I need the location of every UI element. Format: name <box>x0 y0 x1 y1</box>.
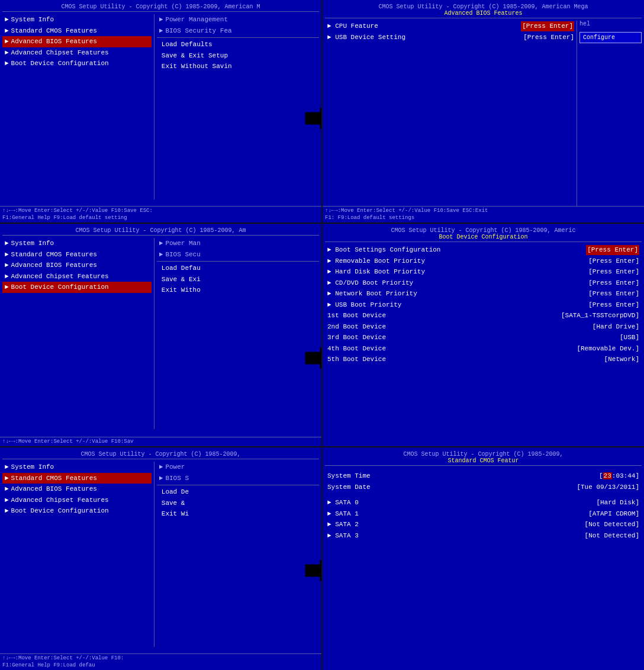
bios-row-usb-device[interactable]: USB Device Setting [Press Enter] <box>325 32 577 43</box>
panel1-status: ↑↓←→:Move Enter:Select +/-/:Value F10:Sa… <box>0 206 321 223</box>
svg-marker-2 <box>305 560 321 581</box>
arrow-icon: ► <box>5 37 9 47</box>
panel2-header: CMOS Setup Utility - Copyright (C) 1985-… <box>325 2 642 18</box>
right-menu-power[interactable]: ► Power Management <box>157 14 319 25</box>
bios-row-cpu-feature[interactable]: CPU Feature [Press Enter] <box>325 21 577 32</box>
panel2-help-col: hel Configure <box>577 21 642 206</box>
arrow-icon: ► <box>5 15 9 25</box>
bios-row-4th-boot[interactable]: 4th Boot Device [Removable Dev.] <box>325 343 642 355</box>
p3-menu-standard-cmos[interactable]: ► Standard CMOS Features <box>2 249 152 260</box>
bios-row-sata3[interactable]: SATA 3 [Not Detected] <box>325 530 642 542</box>
arrow-to-panel2 <box>302 107 321 132</box>
panel5-status: ↑↓←→:Move Enter:Select +/-/:Value F10: F… <box>0 653 321 670</box>
p3-exit-without[interactable]: Exit Witho <box>157 285 319 296</box>
panel-1-main-menu: CMOS Setup Utility - Copyright (C) 1985-… <box>0 0 321 223</box>
divider <box>157 37 319 38</box>
bios-row-system-time[interactable]: System Time [23:03:44] <box>325 471 642 482</box>
right-menu-bios-security[interactable]: ► BIOS Security Fea <box>157 25 319 37</box>
bios-row-1st-boot[interactable]: 1st Boot Device [SATA_1-TSSTcorpDVD] <box>325 310 642 321</box>
panel6-header: CMOS Setup Utility - Copyright (C) 1985-… <box>325 450 642 466</box>
panel-4-boot-config: CMOS Setup Utility - Copyright (C) 1985-… <box>323 224 644 446</box>
p5-exit-wi[interactable]: Exit Wi <box>157 508 319 520</box>
panel-2-advanced-bios: CMOS Setup Utility - Copyright (C) 1985-… <box>323 0 644 223</box>
p3-menu-advanced-chipset[interactable]: ► Advanced Chipset Features <box>2 271 152 282</box>
bios-row-2nd-boot[interactable]: 2nd Boot Device [Hard Drive] <box>325 321 642 333</box>
panel3-status: ↑↓←→:Move Enter:Select +/-/:Value F10:Sa… <box>0 437 321 446</box>
arrow-icon: ► <box>159 15 163 25</box>
panel1-header: CMOS Setup Utility - Copyright (C) 1985-… <box>2 2 319 12</box>
p3-menu-advanced-bios[interactable]: ► Advanced BIOS Features <box>2 260 152 271</box>
bios-row-sata2[interactable]: SATA 2 [Not Detected] <box>325 519 642 530</box>
menu-item-standard-cmos[interactable]: ► Standard CMOS Features <box>2 25 152 37</box>
panel3-right-menu: ► Power Man ► BIOS Secu Load Defau Save … <box>154 238 319 429</box>
bios-row-boot-settings[interactable]: Boot Settings Configuration [Press Enter… <box>325 244 642 256</box>
p3-menu-system-info[interactable]: ► System Info <box>2 238 152 249</box>
p3-right-power[interactable]: ► Power Man <box>157 238 319 249</box>
arrow-icon: ► <box>5 59 9 69</box>
menu-item-advanced-bios[interactable]: ► Advanced BIOS Features <box>2 36 152 47</box>
svg-marker-0 <box>305 108 321 129</box>
menu-item-system-info[interactable]: ► System Info <box>2 14 152 25</box>
menu-item-advanced-chipset[interactable]: ► Advanced Chipset Features <box>2 47 152 59</box>
bios-row-network-boot[interactable]: Network Boot Priority [Press Enter] <box>325 288 642 299</box>
panel2-content: CPU Feature [Press Enter] USB Device Set… <box>325 21 577 206</box>
bios-row-removable-boot[interactable]: Removable Boot Priority [Press Enter] <box>325 256 642 267</box>
p3-right-bios-sec[interactable]: ► BIOS Secu <box>157 249 319 260</box>
p5-right-power[interactable]: ► Power <box>157 462 319 473</box>
panel-5-standard-cmos-menu: CMOS Setup Utility - Copyright (C) 1985-… <box>0 447 321 670</box>
bios-row-cddvd-boot[interactable]: CD/DVD Boot Priority [Press Enter] <box>325 278 642 289</box>
bios-row-5th-boot[interactable]: 5th Boot Device [Network] <box>325 354 642 365</box>
menu-load-defaults[interactable]: Load Defaults <box>157 39 319 50</box>
help-label: hel <box>579 21 642 27</box>
panel-3-boot-menu: CMOS Setup Utility - Copyright (C) 1985-… <box>0 224 321 446</box>
panel5-header: CMOS Setup Utility - Copyright (C) 1985-… <box>2 450 319 459</box>
bios-row-sata1[interactable]: SATA 1 [ATAPI CDROM] <box>325 508 642 520</box>
panel1-right-menu: ► Power Management ► BIOS Security Fea L… <box>154 14 319 199</box>
p5-menu-boot-device[interactable]: ► Boot Device Configuration <box>2 505 152 517</box>
panel3-left-menu: ► System Info ► Standard CMOS Features ►… <box>2 238 154 429</box>
main-grid: CMOS Setup Utility - Copyright (C) 1985-… <box>0 0 644 670</box>
panel3-header: CMOS Setup Utility - Copyright (C) 1985-… <box>2 226 319 236</box>
panel6-content: System Time [23:03:44] System Date [Tue … <box>325 471 642 541</box>
svg-marker-1 <box>305 347 321 369</box>
bios-row-usb-boot[interactable]: USB Boot Priority [Press Enter] <box>325 299 642 311</box>
p3-menu-boot-device[interactable]: ► Boot Device Configuration <box>2 282 152 293</box>
arrow-icon: ► <box>5 26 9 36</box>
p5-menu-standard-cmos[interactable]: ► Standard CMOS Features <box>2 473 152 484</box>
panel4-content: Boot Settings Configuration [Press Enter… <box>325 244 642 365</box>
bios-row-sata0[interactable]: SATA 0 [Hard Disk] <box>325 497 642 508</box>
p5-menu-advanced-bios[interactable]: ► Advanced BIOS Features <box>2 484 152 495</box>
arrow-icon: ► <box>5 48 9 58</box>
arrow-to-panel6 <box>302 559 321 584</box>
configure-box: Configure <box>579 32 642 43</box>
bios-row-system-date[interactable]: System Date [Tue 09/13/2011] <box>325 482 642 493</box>
bios-row-3rd-boot[interactable]: 3rd Boot Device [USB] <box>325 332 642 343</box>
panel4-header: CMOS Setup Utility - Copyright (C) 1985-… <box>325 226 642 242</box>
p5-menu-advanced-chipset[interactable]: ► Advanced Chipset Features <box>2 495 152 506</box>
p5-menu-system-info[interactable]: ► System Info <box>2 462 152 473</box>
p5-right-bios-s[interactable]: ► BIOS S <box>157 473 319 484</box>
panel5-right-menu: ► Power ► BIOS S Load De Save & Exit Wi <box>154 462 319 647</box>
p5-save[interactable]: Save & <box>157 498 319 509</box>
menu-save-exit[interactable]: Save & Exit Setup <box>157 50 319 62</box>
panel5-left-menu: ► System Info ► Standard CMOS Features ►… <box>2 462 154 647</box>
p3-save-exit[interactable]: Save & Exi <box>157 274 319 285</box>
arrow-to-panel4 <box>302 346 321 372</box>
p3-load-defaults[interactable]: Load Defau <box>157 263 319 274</box>
bios-row-hard-disk-boot[interactable]: Hard Disk Boot Priority [Press Enter] <box>325 266 642 278</box>
p5-load-de[interactable]: Load De <box>157 487 319 498</box>
menu-item-boot-device[interactable]: ► Boot Device Configuration <box>2 58 152 69</box>
menu-exit-without-saving[interactable]: Exit Without Savin <box>157 61 319 72</box>
panel-6-standard-cmos: CMOS Setup Utility - Copyright (C) 1985-… <box>323 447 644 670</box>
panel2-status: ↑↓←→:Move Enter:Select +/-/:Value F10:Sa… <box>323 206 644 223</box>
arrow-icon: ► <box>159 26 163 36</box>
panel1-left-menu: ► System Info ► Standard CMOS Features ►… <box>2 14 154 199</box>
